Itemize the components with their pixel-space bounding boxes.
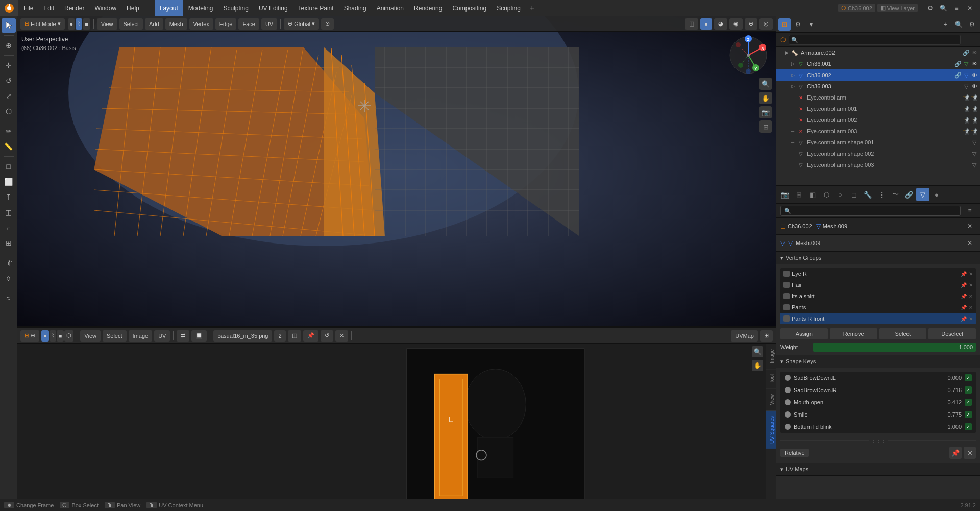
workspace-compositing[interactable]: Compositing bbox=[447, 0, 492, 16]
uv-tab-uvsquares[interactable]: UV Squares bbox=[766, 410, 776, 449]
workspace-rendering[interactable]: Rendering bbox=[409, 0, 447, 16]
outliner-expand-eyecontrolarm003[interactable]: ─ bbox=[790, 128, 796, 134]
transform-orientation[interactable]: ⊕ Global ▾ bbox=[284, 18, 319, 30]
uv-uv-menu[interactable]: UV bbox=[154, 330, 170, 342]
weight-bar[interactable]: 1.000 bbox=[813, 343, 976, 352]
vg-assign-btn[interactable]: Assign bbox=[780, 328, 828, 339]
sk-close-btn[interactable]: ✕ bbox=[964, 447, 976, 459]
vg-pants-r-front-pin[interactable]: 📌 bbox=[961, 316, 967, 322]
ch36002-vis-icon[interactable]: 👁 bbox=[971, 72, 978, 79]
uv-tab-view[interactable]: View bbox=[766, 388, 776, 410]
uv-select-face[interactable]: ■ bbox=[57, 330, 64, 342]
ch36002-link-icon[interactable]: 🔗 bbox=[954, 72, 962, 79]
tool-inset[interactable]: ◫ bbox=[2, 205, 16, 220]
viewport-view-menu[interactable]: View bbox=[97, 18, 117, 30]
mesh-unlink-btn[interactable]: ✕ bbox=[964, 237, 976, 249]
panel-icon-search[interactable]: 🔍 bbox=[952, 18, 965, 31]
uv-image-display[interactable]: casual16_m_35.png bbox=[213, 330, 272, 342]
mode-selector[interactable]: ⊞ Edit Mode ▾ bbox=[20, 18, 65, 30]
viewport-uv-menu[interactable]: UV bbox=[261, 18, 277, 30]
eyecontrolarm001-icon2[interactable]: 🤺 bbox=[971, 106, 978, 112]
sk-item-smile[interactable]: Smile 0.775 ✓ bbox=[780, 408, 976, 421]
outliner-item-ch36001[interactable]: ▷ ▽ Ch36.001 🔗 ▽ 👁 bbox=[776, 58, 980, 69]
view-layer-selector[interactable]: ◧ View Layer bbox=[877, 4, 918, 12]
outliner-item-ch36003[interactable]: ▷ ▽ Ch36.003 ▽ 👁 bbox=[776, 81, 980, 92]
outliner-item-eyecontrolarmshape003[interactable]: ─ ▽ Eye.control.arm.shape.003 ▽ bbox=[776, 159, 980, 171]
outliner-item-eyecontrolarmshape001[interactable]: ─ ▽ Eye.control.arm.shape.001 ▽ bbox=[776, 137, 980, 148]
sk-item-sadbrowdown-r[interactable]: SadBrowDown.R 0.716 ✓ bbox=[780, 384, 976, 396]
vg-item-hair[interactable]: Hair 📌 ✕ bbox=[780, 279, 976, 290]
prop-tab-modifier[interactable]: 🔧 bbox=[861, 188, 874, 201]
properties-filter-btn[interactable]: ≡ bbox=[964, 205, 976, 217]
viewport-uv[interactable]: ⊞ ⊕ ● ⌇ ■ ⬡ View Select Image UV bbox=[17, 327, 776, 511]
vg-hair-pin[interactable]: 📌 bbox=[961, 282, 967, 288]
vg-item-pants-r-front[interactable]: Pants R front 📌 ✕ bbox=[780, 313, 976, 324]
outliner-expand-ch36001[interactable]: ▷ bbox=[790, 61, 796, 67]
prop-tab-scene[interactable]: ⬡ bbox=[820, 188, 833, 201]
camera-btn[interactable]: 📷 bbox=[760, 106, 772, 118]
pivot-point[interactable]: ⊙ bbox=[321, 18, 334, 30]
sk-sadbrowdown-r-check[interactable]: ✓ bbox=[965, 386, 972, 394]
tool-transform[interactable]: ⬡ bbox=[2, 104, 16, 118]
workspace-modeling[interactable]: Modeling bbox=[183, 0, 218, 16]
outliner-expand-ch36003[interactable]: ▷ bbox=[790, 83, 796, 89]
outliner-item-eyecontrolarm[interactable]: ─ ✕ Eye.control.arm 🤺 🤺 bbox=[776, 92, 980, 103]
tool-annotate[interactable]: ✏ bbox=[2, 124, 16, 138]
vg-item-shirt[interactable]: Its a shirt 📌 ✕ bbox=[780, 290, 976, 302]
uv-view-menu[interactable]: View bbox=[80, 330, 101, 342]
uv-pan-btn[interactable]: ✋ bbox=[752, 360, 763, 371]
outliner-search-input[interactable] bbox=[789, 35, 961, 45]
uv-select-menu[interactable]: Select bbox=[103, 330, 127, 342]
vg-pants-r-front-close[interactable]: ✕ bbox=[969, 316, 973, 322]
prop-tab-output[interactable]: ⊞ bbox=[792, 188, 805, 201]
tool-move[interactable]: ✛ bbox=[2, 58, 16, 72]
vg-item-eye-r[interactable]: Eye R 📌 ✕ bbox=[780, 268, 976, 279]
tool-add-cube[interactable]: □ bbox=[2, 159, 16, 174]
tool-bevel[interactable]: ⌐ bbox=[2, 221, 16, 235]
tool-knife[interactable]: 🗡 bbox=[2, 256, 16, 270]
top-right-icon3[interactable]: ≡ bbox=[950, 2, 963, 14]
uv-select-island[interactable]: ⬡ bbox=[64, 330, 74, 342]
menu-render[interactable]: Render bbox=[59, 0, 89, 16]
vg-eye-r-pin[interactable]: 📌 bbox=[961, 271, 967, 277]
uv-image-reload[interactable]: ↺ bbox=[321, 330, 333, 342]
ch36001-vis-icon[interactable]: 👁 bbox=[971, 61, 978, 67]
outliner-expand-eyecontrolarm001[interactable]: ─ bbox=[790, 106, 796, 112]
uv-zoom-btn[interactable]: 🔍 bbox=[752, 346, 763, 357]
prop-tab-view-layer[interactable]: ◧ bbox=[806, 188, 819, 201]
eyecontrolarm002-icon2[interactable]: 🤺 bbox=[971, 117, 978, 124]
uv-image-pin[interactable]: 📌 bbox=[303, 330, 318, 342]
menu-edit[interactable]: Edit bbox=[38, 0, 59, 16]
outliner-expand-eyecontrolarm002[interactable]: ─ bbox=[790, 117, 796, 123]
top-right-icon2[interactable]: 🔍 bbox=[937, 2, 949, 14]
uv-select-vert[interactable]: ● bbox=[41, 330, 49, 342]
eyecontrolarm003-icon2[interactable]: 🤺 bbox=[971, 128, 978, 135]
armature-vis-icon[interactable]: 👁 bbox=[971, 50, 978, 56]
select-vertex-mode[interactable]: ● bbox=[68, 18, 76, 30]
grid-btn[interactable]: ⊞ bbox=[760, 120, 772, 133]
prop-tab-constraints[interactable]: 🔗 bbox=[902, 188, 916, 201]
outliner-expand-eyecontrolarmshape001[interactable]: ─ bbox=[790, 139, 796, 145]
uv-sync-btn[interactable]: ⇄ bbox=[177, 330, 189, 342]
workspace-sculpting[interactable]: Sculpting bbox=[218, 0, 254, 16]
armature-link-icon[interactable]: 🔗 bbox=[963, 50, 970, 56]
tool-scale[interactable]: ⤢ bbox=[2, 89, 16, 103]
prop-tab-material[interactable]: ● bbox=[930, 188, 943, 201]
vg-shirt-close[interactable]: ✕ bbox=[969, 294, 973, 299]
vg-hair-close[interactable]: ✕ bbox=[969, 282, 973, 288]
sk-bottom-lid-check[interactable]: ✓ bbox=[965, 423, 972, 430]
tool-loop-cut[interactable]: ⊞ bbox=[2, 236, 16, 250]
viewport-shading-solid[interactable]: ● bbox=[700, 18, 712, 30]
panel-icon-add[interactable]: + bbox=[939, 18, 951, 31]
menu-help[interactable]: Help bbox=[121, 0, 144, 16]
relative-btn[interactable]: Relative bbox=[780, 449, 809, 457]
outliner-item-ch36002[interactable]: ▷ ▽ Ch36.002 🔗 ▽ 👁 bbox=[776, 69, 980, 81]
workspace-animation[interactable]: Animation bbox=[372, 0, 409, 16]
sk-item-sadbrowdown-l[interactable]: SadBrowDown.L 0.000 ✓ bbox=[780, 372, 976, 384]
prop-tab-data[interactable]: ▽ bbox=[916, 188, 929, 201]
prop-tab-render[interactable]: 📷 bbox=[778, 188, 792, 201]
uv-map-name[interactable]: UVMap bbox=[731, 330, 758, 342]
eyecontrolarm003-icon1[interactable]: 🤺 bbox=[963, 128, 970, 135]
outliner-expand-ch36002[interactable]: ▷ bbox=[790, 72, 796, 78]
vg-deselect-btn[interactable]: Deselect bbox=[928, 328, 976, 339]
